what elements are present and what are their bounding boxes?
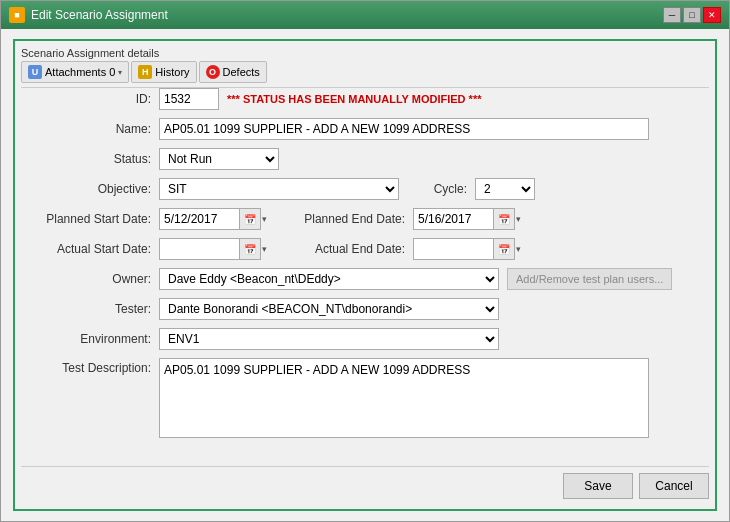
actual-start-date-field: 📅 ▾ [159,238,267,260]
attachments-button[interactable]: U Attachments 0 ▾ [21,61,129,83]
planned-end-calendar-btn[interactable]: 📅 [493,208,515,230]
toolbar: U Attachments 0 ▾ H History O Defects [21,61,709,88]
objective-cycle-row: Objective: SIT UAT Regression Cycle: 1 2… [21,178,709,200]
test-desc-row: Test Description: AP05.01 1099 SUPPLIER … [21,358,709,438]
status-select[interactable]: Not Run Pass Fail Blocked [159,148,279,170]
objective-label: Objective: [21,182,151,196]
close-button[interactable]: ✕ [703,7,721,23]
id-row: ID: *** STATUS HAS BEEN MANUALLY MODIFIE… [21,88,709,110]
maximize-button[interactable]: □ [683,7,701,23]
add-remove-users-button[interactable]: Add/Remove test plan users... [507,268,672,290]
environment-row: Environment: ENV1 ENV2 [21,328,709,350]
form-area: ID: *** STATUS HAS BEEN MANUALLY MODIFIE… [21,88,709,466]
app-icon: ■ [9,7,25,23]
status-label: Status: [21,152,151,166]
defects-button[interactable]: O Defects [199,61,267,83]
title-controls: ─ □ ✕ [663,7,721,23]
save-button[interactable]: Save [563,473,633,499]
name-label: Name: [21,122,151,136]
planned-end-dropdown[interactable]: ▾ [516,214,521,224]
title-bar: ■ Edit Scenario Assignment ─ □ ✕ [1,1,729,29]
name-row: Name: [21,118,709,140]
main-window: ■ Edit Scenario Assignment ─ □ ✕ Scenari… [0,0,730,522]
defects-icon: O [206,65,220,79]
owner-select[interactable]: Dave Eddy <Beacon_nt\DEddy> [159,268,499,290]
minimize-button[interactable]: ─ [663,7,681,23]
actual-end-label: Actual End Date: [275,242,405,256]
environment-select[interactable]: ENV1 ENV2 [159,328,499,350]
cycle-select[interactable]: 1 2 3 4 [475,178,535,200]
name-input[interactable] [159,118,649,140]
planned-start-dropdown[interactable]: ▾ [262,214,267,224]
history-button[interactable]: H History [131,61,196,83]
attachments-icon: U [28,65,42,79]
actual-start-label: Actual Start Date: [21,242,151,256]
actual-end-calendar-btn[interactable]: 📅 [493,238,515,260]
section-label: Scenario Assignment details [21,47,709,59]
owner-label: Owner: [21,272,151,286]
title-bar-left: ■ Edit Scenario Assignment [9,7,168,23]
id-label: ID: [21,92,151,106]
actual-end-dropdown[interactable]: ▾ [516,244,521,254]
planned-dates-row: Planned Start Date: 📅 ▾ Planned End Date… [21,208,709,230]
actual-start-calendar-btn[interactable]: 📅 [239,238,261,260]
actual-end-input[interactable] [413,238,493,260]
window-title: Edit Scenario Assignment [31,8,168,22]
tester-row: Tester: Dante Bonorandi <BEACON_NT\dbono… [21,298,709,320]
objective-select[interactable]: SIT UAT Regression [159,178,399,200]
test-desc-textarea[interactable]: AP05.01 1099 SUPPLIER - ADD A NEW 1099 A… [159,358,649,438]
environment-label: Environment: [21,332,151,346]
planned-end-label: Planned End Date: [275,212,405,226]
defects-label: Defects [223,66,260,78]
planned-start-date-field: 📅 ▾ [159,208,267,230]
cancel-button[interactable]: Cancel [639,473,709,499]
tester-select[interactable]: Dante Bonorandi <BEACON_NT\dbonorandi> [159,298,499,320]
actual-dates-row: Actual Start Date: 📅 ▾ Actual End Date: … [21,238,709,260]
owner-row: Owner: Dave Eddy <Beacon_nt\DEddy> Add/R… [21,268,709,290]
footer-buttons: Save Cancel [21,466,709,503]
history-label: History [155,66,189,78]
attachments-label: Attachments 0 [45,66,115,78]
id-input[interactable] [159,88,219,110]
planned-start-label: Planned Start Date: [21,212,151,226]
content-area: Scenario Assignment details U Attachment… [1,29,729,521]
status-row: Status: Not Run Pass Fail Blocked [21,148,709,170]
planned-end-date-field: 📅 ▾ [413,208,521,230]
tester-label: Tester: [21,302,151,316]
planned-start-input[interactable] [159,208,239,230]
form-container: Scenario Assignment details U Attachment… [13,39,717,511]
planned-start-calendar-btn[interactable]: 📅 [239,208,261,230]
planned-end-input[interactable] [413,208,493,230]
actual-start-input[interactable] [159,238,239,260]
status-warning: *** STATUS HAS BEEN MANUALLY MODIFIED **… [227,93,481,105]
test-desc-label: Test Description: [21,358,151,375]
history-icon: H [138,65,152,79]
actual-end-date-field: 📅 ▾ [413,238,521,260]
cycle-label: Cycle: [407,182,467,196]
attachments-dropdown-arrow: ▾ [118,68,122,77]
actual-start-dropdown[interactable]: ▾ [262,244,267,254]
